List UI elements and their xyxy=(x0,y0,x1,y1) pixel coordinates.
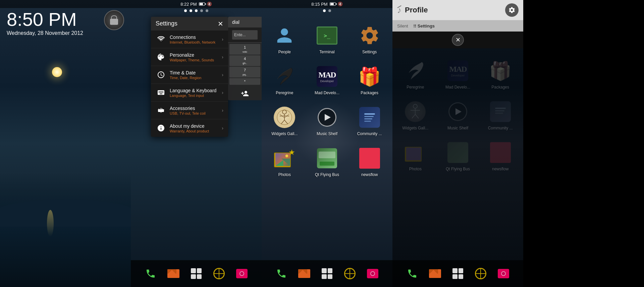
profile-dock-camera[interactable] xyxy=(495,266,512,282)
profile-widgets-label: Widgets Gall... xyxy=(402,126,428,130)
profile-close-button[interactable]: ✕ xyxy=(452,34,464,46)
settings-item-personalize[interactable]: Personalize Wallpaper, Theme, Sounds › xyxy=(151,48,228,66)
app-dot-2 xyxy=(328,9,331,12)
settings-icon xyxy=(358,23,382,48)
dot-3 xyxy=(195,9,198,12)
profile-newsflow-icon xyxy=(488,140,513,165)
profile-peregrine-icon xyxy=(403,59,427,83)
apps-bottom-dock xyxy=(262,260,392,287)
lock-time-display: 8:50 PM Wednesday, 28 November 2012 xyxy=(7,10,83,36)
apps-dock-grid[interactable] xyxy=(319,266,335,282)
dock-camera-button[interactable] xyxy=(234,266,250,282)
svg-rect-18 xyxy=(495,108,506,109)
page-dots xyxy=(131,9,262,12)
lock-button[interactable] xyxy=(104,10,124,30)
dial-add-contact-button[interactable] xyxy=(228,87,262,100)
svg-line-3 xyxy=(281,120,284,124)
mad-icon: MAD Developer xyxy=(315,64,339,89)
about-text: About my device Warranty, About product xyxy=(170,123,222,133)
camera-lens xyxy=(370,271,375,276)
app-terminal[interactable]: >_ Terminal xyxy=(308,20,347,58)
app-qt-flying-bus[interactable]: Qt Flying Bus xyxy=(308,143,347,180)
svg-point-0 xyxy=(282,110,286,114)
dock-apps-button[interactable] xyxy=(188,266,204,282)
profile-dock-globe[interactable] xyxy=(473,266,489,282)
moon-reflection xyxy=(47,210,54,237)
settings-item-language[interactable]: Language & Keyboard Language, Text input… xyxy=(151,84,228,102)
globe-icon xyxy=(344,268,356,279)
app-people[interactable]: People xyxy=(265,20,304,58)
apps-dock-phone[interactable] xyxy=(273,266,289,282)
profile-mad-text: MAD xyxy=(449,65,466,74)
settings-item-accessories[interactable]: Accessories USB, TV-out, Tele coil › xyxy=(151,102,228,119)
apps-dock-camera[interactable] xyxy=(365,266,381,282)
photos-sun xyxy=(285,155,288,157)
profile-packages-icon: 🎁 xyxy=(488,59,513,83)
apps-grid: People >_ Terminal Settings xyxy=(262,13,392,257)
profile-dock-phone[interactable] xyxy=(404,266,420,282)
dial-row-1: 1voic xyxy=(229,44,260,55)
app-music-shelf[interactable]: Music Shelf xyxy=(308,102,347,139)
terminal-icon-symbol: >_ xyxy=(324,33,330,39)
svg-rect-8 xyxy=(364,113,375,115)
dot-1 xyxy=(184,9,187,12)
globe-v-line xyxy=(350,269,350,278)
profile-mad-icon: MAD Developer xyxy=(446,59,470,83)
profile-globe-icon xyxy=(475,268,486,279)
profile-music-label: Music Shelf xyxy=(447,126,468,130)
settings-item-connections[interactable]: Connections Internet, Bluetooth, Network… xyxy=(151,31,228,48)
plug-icon xyxy=(156,105,166,116)
vitruvian-circle xyxy=(274,107,295,128)
app-newsflow[interactable]: newsflow xyxy=(350,143,389,180)
dial-key-7[interactable]: 7pq.. xyxy=(229,67,260,77)
dock-browser-button[interactable] xyxy=(211,266,227,282)
profile-settings-button[interactable] xyxy=(505,3,519,17)
apps-dock-globe[interactable] xyxy=(342,266,358,282)
profile-community-icon xyxy=(488,100,513,124)
dial-key-star[interactable]: * xyxy=(229,78,260,85)
profile-bottom-dock xyxy=(392,260,523,287)
profile-community-label: Community ... xyxy=(488,126,513,130)
dock-phone-button[interactable] xyxy=(143,266,159,282)
dial-header: dial xyxy=(228,17,262,27)
app-mad-developer[interactable]: MAD Developer Mad Develo... xyxy=(308,61,347,99)
pgc3 xyxy=(452,274,458,279)
arrow-icon-4: › xyxy=(222,90,223,95)
app-qt-label: Qt Flying Bus xyxy=(315,172,339,177)
arrow-icon-6: › xyxy=(222,125,223,131)
profile-mad-label: Mad Develo... xyxy=(445,85,470,90)
photos-mountain-2 xyxy=(281,159,290,166)
app-packages[interactable]: 🎁 Packages xyxy=(350,61,389,99)
water-decoration xyxy=(0,227,131,287)
profile-packages-label: Packages xyxy=(491,85,509,90)
app-settings[interactable]: Settings xyxy=(350,20,389,58)
play-circle xyxy=(318,108,336,127)
dial-row-7: 7pq.. xyxy=(229,67,260,77)
app-settings-label: Settings xyxy=(362,50,377,54)
dial-key-1[interactable]: 1voic xyxy=(229,44,260,55)
peregrine-icon xyxy=(272,64,297,89)
app-photos[interactable]: Photos xyxy=(265,143,304,180)
profile-qt-icon xyxy=(446,140,470,165)
packages-emoji: 🎁 xyxy=(358,66,381,87)
app-peregrine[interactable]: Peregrine xyxy=(265,61,304,99)
profile-photos-label: Photos xyxy=(409,167,422,171)
settings-item-time[interactable]: Time & Date Time, Date, Region › xyxy=(151,66,228,84)
settings-item-about[interactable]: About my device Warranty, About product … xyxy=(151,119,228,137)
svg-line-4 xyxy=(284,120,288,124)
apps-dock-email[interactable] xyxy=(296,266,312,282)
info-icon xyxy=(156,123,166,133)
profile-close-bar: ✕ xyxy=(392,32,523,48)
profile-app-music: Music Shelf xyxy=(438,96,478,134)
app-terminal-label: Terminal xyxy=(319,50,334,54)
photos-badge xyxy=(289,149,295,155)
profile-dock-grid[interactable] xyxy=(450,266,466,282)
dial-key-4[interactable]: 4gh.. xyxy=(229,55,260,66)
profile-dock-email[interactable] xyxy=(427,266,443,282)
profile-app-qt: Qt Flying Bus xyxy=(438,137,478,175)
profile-peregrine-label: Peregrine xyxy=(407,85,424,90)
app-widgets[interactable]: Widgets Gall... xyxy=(265,102,304,139)
settings-close-button[interactable]: ✕ xyxy=(218,20,223,27)
app-community[interactable]: Community ... xyxy=(350,102,389,139)
dock-email-button[interactable] xyxy=(165,266,181,282)
